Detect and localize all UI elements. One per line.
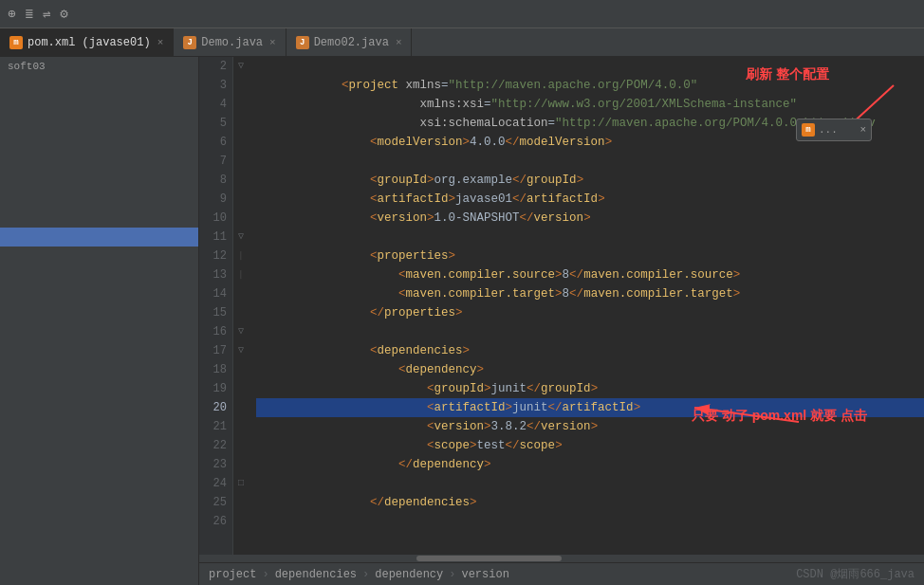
line-num-20: 20 xyxy=(213,398,227,417)
line-num-5: 5 xyxy=(220,114,227,133)
code-line-11: <properties> xyxy=(256,228,924,247)
tab-label-pom: pom.xml (javase01) xyxy=(28,36,151,49)
line-num-14: 14 xyxy=(213,284,227,303)
code-line-24: </dependencies> xyxy=(256,474,924,493)
breadcrumb-sep-3: › xyxy=(449,568,455,581)
breadcrumb-sep-2: › xyxy=(362,568,369,581)
breadcrumb: project › dependencies › dependency › ve… xyxy=(199,562,924,585)
line-num-16: 16 xyxy=(213,322,227,341)
line-numbers: 2 3 4 5 6 7 8 9 10 11 12 13 14 15 16 17 … xyxy=(199,57,233,555)
tab-close-pom[interactable]: × xyxy=(157,37,164,48)
breadcrumb-dependencies[interactable]: dependencies xyxy=(275,568,357,581)
line-num-21: 21 xyxy=(213,417,227,436)
line-num-8: 8 xyxy=(220,171,227,190)
code-line-2: <project xmlns="http://maven.apache.org/… xyxy=(256,57,924,76)
tab-icon-java2: J xyxy=(296,36,309,49)
fold-markers-column: ▽ ▽ │ │ ▽ ▽ xyxy=(233,57,249,555)
breadcrumb-version[interactable]: version xyxy=(461,568,508,581)
toolbar: ⊕ ≣ ⇌ ⚙ xyxy=(0,0,924,28)
tab-icon-maven: m xyxy=(9,36,23,49)
code-lines: <project xmlns="http://maven.apache.org/… xyxy=(249,57,924,531)
breadcrumb-sep-1: › xyxy=(262,568,268,581)
settings-icon[interactable]: ⚙ xyxy=(60,6,67,22)
tab-icon-java1: J xyxy=(183,36,196,49)
line-num-23: 23 xyxy=(213,455,227,474)
line-num-25: 25 xyxy=(213,493,227,512)
code-line-7: <groupId>org.example</groupId> xyxy=(256,152,924,171)
tab-close-demo02[interactable]: × xyxy=(396,37,402,48)
line-num-3: 3 xyxy=(220,76,227,95)
tab-label-demo: Demo.java xyxy=(201,36,263,49)
editor: 2 3 4 5 6 7 8 9 10 11 12 13 14 15 16 17 … xyxy=(199,57,924,585)
tab-pom[interactable]: m pom.xml (javase01) × xyxy=(0,28,174,56)
code-line-26 xyxy=(256,512,924,531)
line-num-12: 12 xyxy=(213,247,227,265)
line-num-10: 10 xyxy=(213,209,227,228)
sidebar: soft03 xyxy=(0,57,199,585)
breadcrumb-project[interactable]: project xyxy=(209,568,256,581)
sidebar-project-label: soft03 xyxy=(0,57,198,76)
scrollbar-thumb[interactable] xyxy=(416,556,562,561)
line-num-4: 4 xyxy=(220,95,227,114)
sidebar-selected-item[interactable] xyxy=(0,228,198,247)
tab-close-demo[interactable]: × xyxy=(269,37,276,48)
line-num-19: 19 xyxy=(213,379,227,398)
line-num-15: 15 xyxy=(213,303,227,322)
line-num-22: 22 xyxy=(213,436,227,455)
list-icon[interactable]: ≣ xyxy=(25,6,32,22)
watermark: CSDN @烟雨666_java xyxy=(796,566,915,582)
tab-demo[interactable]: J Demo.java × xyxy=(174,28,286,56)
line-num-18: 18 xyxy=(213,360,227,379)
line-num-11: 11 xyxy=(213,228,227,247)
horizontal-scrollbar[interactable] xyxy=(199,555,924,562)
code-content[interactable]: <project xmlns="http://maven.apache.org/… xyxy=(249,57,924,555)
line-num-6: 6 xyxy=(220,133,227,152)
line-num-7: 7 xyxy=(220,152,227,171)
line-num-13: 13 xyxy=(213,265,227,284)
line-num-26: 26 xyxy=(213,512,227,531)
line-num-24: 24 xyxy=(213,474,227,493)
line-num-9: 9 xyxy=(220,190,227,209)
main-area: soft03 2 3 4 5 6 7 8 9 10 11 12 13 14 1 xyxy=(0,57,924,585)
tabs-bar: m pom.xml (javase01) × J Demo.java × J D… xyxy=(0,28,924,57)
sync-icon[interactable]: ⇌ xyxy=(43,6,50,22)
code-line-16: <dependencies> xyxy=(256,322,924,341)
line-num-17: 17 xyxy=(213,341,227,360)
add-icon[interactable]: ⊕ xyxy=(8,6,15,22)
code-area: 2 3 4 5 6 7 8 9 10 11 12 13 14 15 16 17 … xyxy=(199,57,924,555)
breadcrumb-dependency[interactable]: dependency xyxy=(375,568,443,581)
tab-demo02[interactable]: J Demo02.java × xyxy=(286,28,413,56)
line-num-2: 2 xyxy=(220,57,227,76)
tab-label-demo02: Demo02.java xyxy=(314,36,389,49)
